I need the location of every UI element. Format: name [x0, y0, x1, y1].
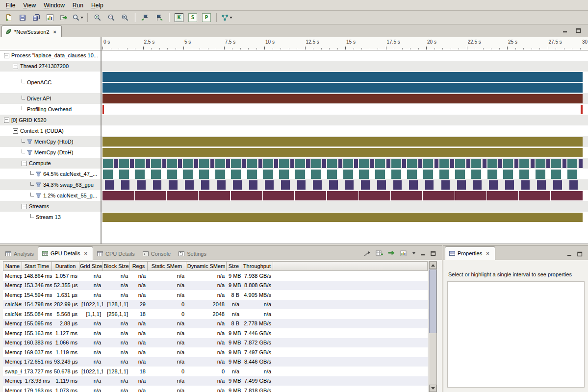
table-row[interactable]: Memcpy148.864 ms1.057 msn/an/an/an/an/a9… [3, 271, 428, 281]
interval-compute[interactable] [199, 159, 209, 168]
interval-memcpy-htod[interactable] [102, 137, 583, 147]
interval-kernel-calcnext47[interactable] [327, 170, 337, 179]
filter-icon[interactable] [36, 193, 41, 198]
interval-compute[interactable] [242, 159, 246, 168]
interval-compute[interactable] [215, 159, 225, 168]
timeline-row-memcpy-dtoh[interactable]: MemCpy (DtoH) [0, 147, 101, 158]
interval-compute[interactable] [311, 159, 321, 168]
interval-compute[interactable] [162, 159, 166, 168]
previous-marker-button[interactable] [139, 12, 152, 24]
interval-kernel-swap63[interactable] [409, 180, 418, 190]
interval-kernel-calcnext47[interactable] [391, 170, 401, 179]
close-icon[interactable]: × [52, 28, 58, 35]
interval-compute[interactable] [263, 159, 273, 168]
tab-gpu-details[interactable]: GPU Details × [38, 246, 93, 260]
interval-kernel-calcnext55[interactable] [519, 191, 550, 200]
menu-run[interactable]: Run [69, 1, 87, 10]
interval-kernel-swap63[interactable] [553, 180, 562, 190]
interval-kernel-calcnext47[interactable] [455, 170, 465, 179]
group-columns-icon[interactable] [376, 250, 383, 257]
collapse-toggle-icon[interactable] [13, 64, 18, 69]
interval-kernel-swap63[interactable] [393, 180, 402, 190]
interval-kernel-calcnext55[interactable] [295, 191, 326, 200]
save-button[interactable] [16, 12, 29, 24]
interval-compute[interactable] [167, 159, 177, 168]
interval-compute[interactable] [183, 159, 193, 168]
tab-console[interactable]: Console [139, 248, 175, 259]
interval-compute[interactable] [546, 159, 550, 168]
interval-kernel-calcnext47[interactable] [119, 170, 129, 179]
tab-session[interactable]: *NewSession2 × [1, 25, 62, 37]
timeline-row-driver-api[interactable]: Driver API [0, 93, 101, 104]
interval-kernel-calcnext55[interactable] [487, 191, 518, 200]
scrollbar-thumb[interactable] [429, 270, 436, 333]
new-session-button[interactable] [2, 12, 15, 24]
interval-kernel-calcnext47[interactable] [247, 170, 257, 179]
interval-compute[interactable] [536, 159, 545, 168]
filter-icon[interactable] [27, 139, 32, 145]
interval-kernel-calcnext47[interactable] [423, 170, 433, 179]
scroll-down-button[interactable] [429, 385, 436, 392]
trace-pointer-icon[interactable] [363, 250, 371, 257]
interval-kernel-calcnext47[interactable] [567, 170, 577, 179]
collapse-toggle-icon[interactable] [4, 118, 9, 123]
interval-compute[interactable] [407, 159, 417, 168]
interval-compute[interactable] [210, 159, 214, 168]
interval-compute[interactable] [471, 159, 481, 168]
report-button[interactable] [44, 12, 56, 24]
interval-compute[interactable] [151, 159, 161, 168]
menu-file[interactable]: File [2, 1, 19, 10]
interval-kernel-calcnext55[interactable] [167, 191, 198, 200]
interval-kernel-swap63[interactable] [361, 180, 370, 190]
column-header-start-time[interactable]: Start Time [22, 261, 52, 271]
interval-kernel-swap63[interactable] [489, 180, 498, 190]
run-analysis-button[interactable] [220, 12, 233, 24]
timeline-row-profiling-overhead[interactable]: Profiling Overhead [0, 104, 101, 115]
interval-kernel-calcnext47[interactable] [359, 170, 369, 179]
tab-cpu-details[interactable]: CPU Details [93, 248, 139, 259]
interval-compute[interactable] [519, 159, 529, 168]
interval-kernel-swap63[interactable] [537, 180, 546, 190]
interval-compute[interactable] [466, 159, 470, 168]
interval-compute[interactable] [435, 159, 438, 168]
interval-compute[interactable] [119, 159, 129, 168]
timeline-row-stream-13[interactable]: Stream 13 [0, 212, 101, 222]
timeline-row-kernel-calcnext47[interactable]: 64.5% calcNext_47_... [0, 169, 101, 179]
interval-compute[interactable] [178, 159, 182, 168]
interval-compute[interactable] [562, 159, 566, 168]
export-button[interactable] [57, 12, 70, 24]
interval-kernel-calcnext55[interactable] [359, 191, 390, 200]
interval-kernel-calcnext47[interactable] [295, 170, 305, 179]
interval-kernel-calcnext47[interactable] [503, 170, 513, 179]
interval-profiling-overhead[interactable] [102, 105, 104, 114]
timeline-row-memcpy-htod[interactable]: MemCpy (HtoD) [0, 136, 101, 147]
interval-kernel-swap63[interactable] [217, 180, 226, 190]
menu-help[interactable]: Help [87, 1, 107, 10]
table-row[interactable]: Memcpy169.037 ms1.119 msn/an/an/an/an/a9… [3, 347, 428, 357]
column-header-name[interactable]: Name [3, 261, 22, 271]
column-header-regs[interactable]: Regs [130, 261, 148, 271]
menu-window[interactable]: Window [40, 1, 69, 10]
interval-compute[interactable] [487, 159, 497, 168]
interval-compute[interactable] [258, 159, 262, 168]
table-row[interactable]: calcNext154.798 ms282.99 µs[1022,1,1][12… [3, 300, 428, 310]
process-view-toggle[interactable]: P [200, 12, 213, 24]
interval-kernel-calcnext47[interactable] [103, 170, 113, 179]
scroll-up-button[interactable] [429, 262, 436, 269]
minimize-icon[interactable] [420, 251, 426, 256]
interval-compute[interactable] [455, 159, 465, 168]
tab-properties[interactable]: Properties × [445, 246, 495, 260]
interval-compute[interactable] [579, 159, 583, 168]
interval-kernel-calcnext55[interactable] [263, 191, 294, 200]
interval-compute[interactable] [194, 159, 198, 168]
interval-kernel-calcnext47[interactable] [263, 170, 273, 179]
interval-compute[interactable] [514, 159, 518, 168]
timeline-row-context-1[interactable]: Context 1 (CUDA) [0, 125, 101, 136]
table-row[interactable]: Memcpy179.163 ms1.073 msn/an/an/an/an/a9… [3, 386, 428, 392]
interval-compute[interactable] [130, 159, 134, 168]
timeline-row-thread[interactable]: Thread 2741307200 [0, 61, 101, 72]
table-row[interactable]: Memcpy154.594 ms1.631 µsn/an/an/an/an/a8… [3, 290, 428, 300]
interval-compute[interactable] [370, 159, 374, 168]
interval-kernel-swap63[interactable] [457, 180, 466, 190]
interval-kernel-swap63[interactable] [505, 180, 514, 190]
